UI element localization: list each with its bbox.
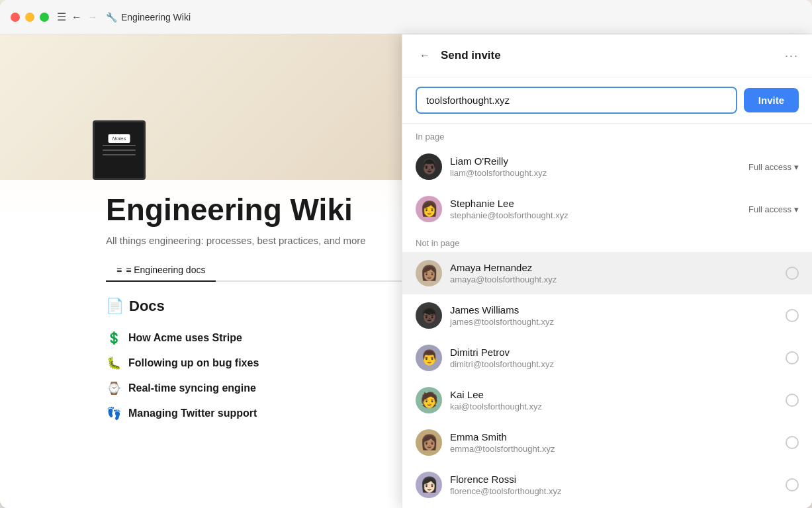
user-info-emma: Emma Smith emma@toolsforthought.xyz	[450, 431, 778, 454]
window-title-area: 🔧 Engineering Wiki	[106, 12, 191, 22]
radio-james[interactable]	[786, 309, 799, 322]
radio-emma[interactable]	[786, 436, 799, 449]
user-item-liam[interactable]: 👨🏿 Liam O'Reilly liam@toolsforthought.xy…	[402, 146, 812, 188]
tab-icon: ≡	[116, 265, 122, 275]
user-info-florence: Florence Rossi florence@toolsforthought.…	[450, 474, 778, 496]
radio-amaya[interactable]	[786, 267, 799, 280]
user-info-james: James Williams james@toolsforthought.xyz	[450, 304, 778, 327]
radio-florence[interactable]	[786, 478, 799, 491]
modal-title: Send invite	[441, 49, 501, 62]
docs-header-label: Docs	[129, 298, 165, 315]
notebook-line	[103, 145, 136, 146]
user-item-james[interactable]: 👦🏿 James Williams james@toolsforthought.…	[402, 294, 812, 337]
maximize-button[interactable]	[40, 13, 49, 22]
notebook-lines: Notes	[103, 142, 136, 159]
avatar-james: 👦🏿	[416, 302, 442, 329]
access-label-stephanie[interactable]: Full access ▾	[748, 204, 799, 214]
chevron-down-icon-stephanie: ▾	[794, 204, 799, 214]
back-icon[interactable]: ←	[71, 11, 82, 23]
user-email-emma: emma@toolsforthought.xyz	[450, 444, 778, 454]
forward-icon[interactable]: →	[87, 11, 98, 23]
user-info-stephanie: Stephanie Lee stephanie@toolsforthought.…	[450, 198, 741, 220]
user-info-kai: Kai Lee kai@toolsforthought.xyz	[450, 389, 778, 411]
stripe-icon: 💲	[106, 331, 122, 345]
user-email-kai: kai@toolsforthought.xyz	[450, 402, 778, 411]
user-item-kai[interactable]: 🧑 Kai Lee kai@toolsforthought.xyz	[402, 379, 812, 421]
user-email-amaya: amaya@toolsforthought.xyz	[450, 275, 778, 284]
notebook-label-text: Notes	[109, 134, 130, 143]
avatar-florence: 👩🏻	[416, 472, 442, 498]
nav-icons: ☰ ← →	[57, 11, 98, 23]
modal-header: ← Send invite ···	[402, 34, 812, 77]
send-invite-modal: ← Send invite ··· Invite In page 👨🏿 Liam	[402, 34, 812, 508]
user-list: In page 👨🏿 Liam O'Reilly liam@toolsforth…	[402, 124, 812, 508]
user-email-florence: florence@toolsforthought.xyz	[450, 486, 778, 496]
avatar-stephanie: 👩	[416, 196, 442, 222]
twitter-icon: 👣	[106, 406, 122, 421]
notebook-image: Notes	[93, 120, 146, 180]
user-info-dimitri: Dimitri Petrov dimitri@toolsforthought.x…	[450, 347, 778, 369]
doc-label-stripe: How Acme uses Stripe	[128, 332, 242, 344]
modal-header-left: ← Send invite	[416, 46, 501, 65]
user-name-stephanie: Stephanie Lee	[450, 198, 741, 209]
doc-label-twitter: Managing Twitter support	[128, 407, 257, 419]
user-name-florence: Florence Rossi	[450, 474, 778, 485]
user-item-stephanie[interactable]: 👩 Stephanie Lee stephanie@toolsforthough…	[402, 188, 812, 230]
close-button[interactable]	[11, 13, 20, 22]
watch-icon: ⌚	[106, 381, 122, 396]
user-email-liam: liam@toolsforthought.xyz	[450, 168, 741, 178]
radio-kai[interactable]	[786, 394, 799, 407]
user-name-amaya: Amaya Hernandez	[450, 262, 778, 273]
user-email-dimitri: dimitri@toolsforthought.xyz	[450, 359, 778, 369]
search-input[interactable]	[416, 87, 737, 114]
doc-label-realtime: Real-time syncing engine	[128, 382, 256, 394]
avatar-kai: 🧑	[416, 387, 442, 413]
tab-label: ≡ Engineering docs	[126, 265, 205, 275]
user-email-stephanie: stephanie@toolsforthought.xyz	[450, 210, 741, 220]
user-item-florence[interactable]: 👩🏻 Florence Rossi florence@toolsforthoug…	[402, 464, 812, 506]
doc-label-bugfix: Following up on bug fixes	[128, 357, 259, 369]
modal-search-row: Invite	[402, 77, 812, 124]
invite-button[interactable]: Invite	[744, 88, 799, 112]
modal-back-button[interactable]: ←	[416, 46, 434, 65]
user-name-kai: Kai Lee	[450, 389, 778, 400]
bug-icon: 🐛	[106, 356, 122, 370]
in-page-label: In page	[402, 124, 812, 146]
modal-more-button[interactable]: ···	[785, 49, 799, 63]
avatar-emma: 👩🏽	[416, 429, 442, 456]
user-item-dimitri[interactable]: 👨 Dimitri Petrov dimitri@toolsforthought…	[402, 337, 812, 379]
user-name-emma: Emma Smith	[450, 431, 778, 443]
minimize-button[interactable]	[25, 13, 34, 22]
app-window: ☰ ← → 🔧 Engineering Wiki Notes	[0, 0, 812, 508]
traffic-lights	[11, 13, 49, 22]
user-item-emma[interactable]: 👩🏽 Emma Smith emma@toolsforthought.xyz	[402, 421, 812, 464]
user-name-dimitri: Dimitri Petrov	[450, 347, 778, 358]
titlebar: ☰ ← → 🔧 Engineering Wiki	[0, 0, 812, 34]
radio-dimitri[interactable]	[786, 351, 799, 364]
not-in-page-label: Not in page	[402, 230, 812, 252]
notebook-line	[103, 149, 136, 151]
main-content: Notes Engineering Wiki All things engine…	[0, 34, 812, 508]
access-label-liam[interactable]: Full access ▾	[748, 162, 799, 172]
chevron-down-icon-liam: ▾	[794, 162, 799, 172]
user-email-james: james@toolsforthought.xyz	[450, 317, 778, 327]
access-text-liam: Full access	[748, 162, 791, 172]
avatar-amaya: 👩🏽	[416, 260, 442, 286]
access-text-stephanie: Full access	[748, 204, 791, 214]
user-name-liam: Liam O'Reilly	[450, 155, 741, 167]
user-item-amaya[interactable]: 👩🏽 Amaya Hernandez amaya@toolsforthought…	[402, 252, 812, 294]
avatar-liam: 👨🏿	[416, 153, 442, 180]
avatar-dimitri: 👨	[416, 345, 442, 371]
user-info-amaya: Amaya Hernandez amaya@toolsforthought.xy…	[450, 262, 778, 284]
tool-icon: 🔧	[106, 12, 117, 22]
tab-engineering-docs[interactable]: ≡ ≡ Engineering docs	[106, 259, 216, 282]
notebook-line	[103, 154, 136, 155]
hamburger-icon[interactable]: ☰	[57, 11, 66, 23]
window-title: Engineering Wiki	[121, 12, 191, 22]
user-name-james: James Williams	[450, 304, 778, 316]
user-info-liam: Liam O'Reilly liam@toolsforthought.xyz	[450, 155, 741, 178]
docs-icon: 📄	[106, 298, 124, 315]
